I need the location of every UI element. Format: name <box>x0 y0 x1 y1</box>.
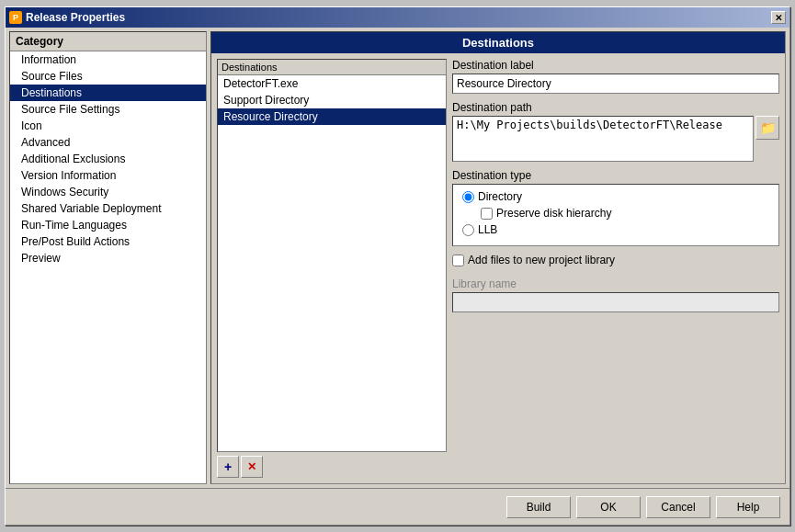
left-panel: Category Information Source Files Destin… <box>9 31 207 484</box>
close-button[interactable]: ✕ <box>771 11 786 24</box>
library-name-group: Library name <box>452 277 779 312</box>
bottom-bar: Build OK Cancel Help <box>6 488 789 525</box>
destination-type-label: Destination type <box>452 169 779 182</box>
build-button[interactable]: Build <box>506 496 571 518</box>
dest-item-resource-directory[interactable]: Resource Directory <box>218 108 446 125</box>
directory-radio[interactable] <box>462 191 474 203</box>
cancel-button[interactable]: Cancel <box>646 496 710 518</box>
destination-path-group: Destination path 📁 <box>452 101 779 162</box>
dest-item-detectorftext[interactable]: DetectorFT.exe <box>218 75 446 92</box>
add-files-row: Add files to new project library <box>452 254 779 266</box>
sidebar-item-source-files[interactable]: Source Files <box>10 68 206 85</box>
preserve-disk-label: Preserve disk hierarchy <box>496 207 611 220</box>
destinations-list-panel: Destinations DetectorFT.exe Support Dire… <box>217 59 447 478</box>
window-title: Release Properties <box>26 11 125 24</box>
category-header: Category <box>10 32 206 51</box>
sidebar-item-windows-security[interactable]: Windows Security <box>10 184 206 200</box>
add-files-label: Add files to new project library <box>468 254 615 266</box>
sidebar-item-pre-post-build-actions[interactable]: Pre/Post Build Actions <box>10 233 206 250</box>
destination-label-label: Destination label <box>452 59 779 72</box>
destination-path-label: Destination path <box>452 101 779 114</box>
llb-radio-label: LLB <box>478 223 497 236</box>
destination-type-box: Directory Preserve disk hierarchy LLB <box>452 184 779 246</box>
destination-label-input[interactable] <box>452 74 779 94</box>
destinations-list-header: Destinations <box>218 60 446 75</box>
main-content: Category Information Source Files Destin… <box>6 28 789 488</box>
remove-destination-button[interactable]: ✕ <box>241 456 263 478</box>
sidebar-item-run-time-languages[interactable]: Run-Time Languages <box>10 217 206 233</box>
sidebar-item-preview[interactable]: Preview <box>10 250 206 266</box>
destination-type-group: Destination type Directory Preserve disk… <box>452 169 779 246</box>
directory-radio-label: Directory <box>478 190 522 203</box>
sidebar-item-additional-exclusions[interactable]: Additional Exclusions <box>10 151 206 167</box>
sidebar-item-source-file-settings[interactable]: Source File Settings <box>10 101 206 118</box>
destination-label-group: Destination label <box>452 59 779 94</box>
library-name-label: Library name <box>452 277 779 290</box>
right-panel: Destinations Destinations DetectorFT.exe… <box>210 31 786 484</box>
browse-button[interactable]: 📁 <box>755 116 779 140</box>
preserve-disk-row: Preserve disk hierarchy <box>481 207 769 220</box>
destination-path-input[interactable] <box>452 116 754 162</box>
add-files-checkbox[interactable] <box>452 255 464 266</box>
sidebar-item-destinations[interactable]: Destinations <box>10 85 206 101</box>
ok-button[interactable]: OK <box>576 496 641 518</box>
help-button[interactable]: Help <box>716 496 780 518</box>
llb-radio-row: LLB <box>462 223 769 236</box>
folder-icon: 📁 <box>760 120 776 135</box>
right-panel-header: Destinations <box>211 32 785 53</box>
title-bar: P Release Properties ✕ <box>6 7 789 28</box>
destinations-listbox: Destinations DetectorFT.exe Support Dire… <box>217 59 447 452</box>
directory-radio-row: Directory <box>462 190 769 203</box>
app-icon: P <box>9 11 22 24</box>
sidebar-item-version-information[interactable]: Version Information <box>10 167 206 184</box>
add-destination-button[interactable]: + <box>217 456 239 478</box>
llb-radio[interactable] <box>462 224 474 236</box>
dest-item-support-directory[interactable]: Support Directory <box>218 92 446 108</box>
sidebar-item-information[interactable]: Information <box>10 51 206 68</box>
list-buttons: + ✕ <box>217 456 447 478</box>
sidebar-item-advanced[interactable]: Advanced <box>10 134 206 151</box>
preserve-disk-checkbox[interactable] <box>481 208 493 220</box>
details-panel: Destination label Destination path 📁 <box>452 59 779 478</box>
sidebar-item-icon[interactable]: Icon <box>10 118 206 134</box>
library-name-input[interactable] <box>452 292 779 312</box>
sidebar-item-shared-variable-deployment[interactable]: Shared Variable Deployment <box>10 200 206 217</box>
right-content: Destinations DetectorFT.exe Support Dire… <box>211 53 785 483</box>
release-properties-window: P Release Properties ✕ Category Informat… <box>5 6 790 526</box>
